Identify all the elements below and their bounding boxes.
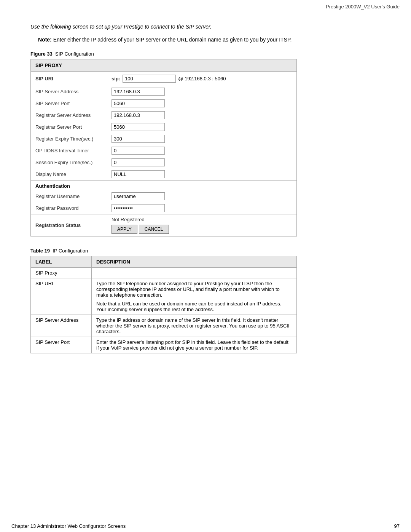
reg-status-label: Registration Status	[31, 214, 107, 236]
note-label: Note:	[38, 37, 52, 43]
footer-chapter: Chapter 13 Administrator Web Configurato…	[11, 523, 126, 529]
figure-title: SIP Configuration	[55, 51, 94, 57]
field-value	[107, 145, 296, 157]
sip-uri-input[interactable]	[123, 75, 176, 83]
registrar-username-input[interactable]	[112, 192, 165, 200]
row-label: SIP Server Address	[31, 315, 92, 337]
table-row: Registrar Password	[31, 202, 296, 214]
sip-prefix: sip:	[112, 76, 120, 81]
table-row: Registrar Username	[31, 190, 296, 202]
field-label: Registrar Password	[31, 202, 107, 214]
row-description: Enter the SIP server's listening port fo…	[92, 337, 297, 353]
sip-server-address-input[interactable]	[112, 88, 165, 96]
display-name-input[interactable]	[112, 170, 165, 178]
apply-button[interactable]: APPLY	[112, 225, 137, 234]
col-desc-header: DESCRIPTION	[92, 256, 297, 268]
options-interval-input[interactable]	[112, 147, 165, 155]
register-expiry-input[interactable]	[112, 135, 165, 143]
sip-fields-table: SIP URI sip: @ 192.168.0.3 : 5060 SIP Se…	[31, 72, 296, 236]
table-row: Registrar Server Address	[31, 109, 296, 121]
sip-uri-suffix: @ 192.168.0.3 : 5060	[178, 76, 226, 81]
field-value	[107, 121, 296, 133]
table-row: SIP Server Address	[31, 86, 296, 97]
row-description	[92, 268, 297, 278]
ip-config-table: LABEL DESCRIPTION SIP Proxy SIP URI Type…	[30, 256, 297, 353]
field-value	[107, 202, 296, 214]
table-row: Register Expiry Time(sec.)	[31, 133, 296, 145]
field-label: Registrar Server Port	[31, 121, 107, 133]
field-value	[107, 168, 296, 181]
cancel-button[interactable]: CANCEL	[139, 225, 169, 234]
reg-status-value-cell: Not Registered APPLY CANCEL	[107, 214, 296, 236]
page-header-title: Prestige 2000W_V2 User's Guide	[326, 4, 400, 10]
field-label: OPTIONS Interval Timer	[31, 145, 107, 157]
row-label: SIP Proxy	[31, 268, 92, 278]
table-row: Registrar Server Port	[31, 121, 296, 133]
page-footer: Chapter 13 Administrator Web Configurato…	[0, 520, 411, 532]
registrar-password-input[interactable]	[112, 204, 165, 212]
intro-text: Use the following screen to set up your …	[30, 24, 381, 30]
field-value	[107, 86, 296, 97]
table-row: Display Name	[31, 168, 296, 181]
note-text: Enter either the IP address of your SIP …	[53, 37, 292, 43]
reg-status-value: Not Registered	[112, 217, 292, 222]
reg-status-row: Registration Status Not Registered APPLY…	[31, 214, 296, 236]
field-label: Register Expiry Time(sec.)	[31, 133, 107, 145]
field-value	[107, 97, 296, 109]
table-row: SIP Server Port	[31, 97, 296, 109]
row-label: SIP URI	[31, 278, 92, 315]
sip-proxy-header: SIP PROXY	[31, 59, 296, 72]
row-description: Type the SIP telephone number assigned t…	[92, 278, 297, 315]
sip-server-port-input[interactable]	[112, 99, 165, 107]
table-header-row: LABEL DESCRIPTION	[31, 256, 297, 268]
registrar-server-port-input[interactable]	[112, 123, 165, 131]
figure-label: Figure 33 SIP Configuration	[30, 51, 381, 57]
figure-number: Figure 33	[30, 51, 53, 57]
note-block: Note: Enter either the IP address of you…	[30, 37, 381, 43]
field-label: SIP Server Port	[31, 97, 107, 109]
field-label: Registrar Username	[31, 190, 107, 202]
table-row: SIP URI Type the SIP telephone number as…	[31, 278, 297, 315]
row-description: Type the IP address or domain name of th…	[92, 315, 297, 337]
row-label: SIP Server Port	[31, 337, 92, 353]
registrar-server-address-input[interactable]	[112, 111, 165, 119]
footer-page: 97	[394, 523, 400, 529]
col-label-header: LABEL	[31, 256, 92, 268]
table-row: SIP Server Address Type the IP address o…	[31, 315, 297, 337]
auth-label: Authentication	[31, 181, 296, 191]
sip-uri-row: SIP URI sip: @ 192.168.0.3 : 5060	[31, 72, 296, 86]
table-row: SIP Server Port Enter the SIP server's l…	[31, 337, 297, 353]
field-value	[107, 190, 296, 202]
field-label: Session Expiry Time(sec.)	[31, 157, 107, 168]
table-number: Table 19	[30, 248, 50, 254]
field-value	[107, 133, 296, 145]
sip-config-box: SIP PROXY SIP URI sip: @ 192.168.0.3 : 5…	[30, 59, 297, 236]
table-row: OPTIONS Interval Timer	[31, 145, 296, 157]
field-value	[107, 157, 296, 168]
table-row: Session Expiry Time(sec.)	[31, 157, 296, 168]
table-label: Table 19 IP Configuration	[30, 248, 381, 254]
field-value	[107, 109, 296, 121]
field-label: Display Name	[31, 168, 107, 181]
table-title: IP Configuration	[53, 248, 88, 254]
sip-uri-label: SIP URI	[31, 72, 107, 86]
auth-header-row: Authentication	[31, 181, 296, 191]
table-row: SIP Proxy	[31, 268, 297, 278]
sip-uri-value-cell: sip: @ 192.168.0.3 : 5060	[107, 72, 296, 86]
session-expiry-input[interactable]	[112, 158, 165, 166]
field-label: SIP Server Address	[31, 86, 107, 97]
field-label: Registrar Server Address	[31, 109, 107, 121]
